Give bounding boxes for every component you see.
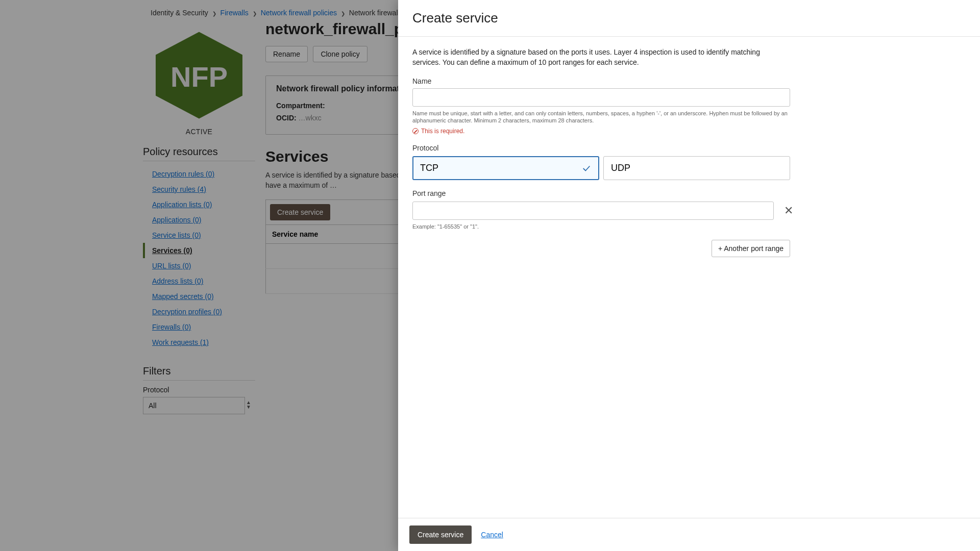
close-icon: ✕ xyxy=(784,204,793,217)
submit-create-service-button[interactable]: Create service xyxy=(409,525,472,544)
create-service-drawer: Create service A service is identified b… xyxy=(398,0,980,551)
name-hint: Name must be unique, start with a letter… xyxy=(412,110,790,125)
add-port-range-button[interactable]: + Another port range xyxy=(712,240,790,257)
drawer-footer: Create service Cancel xyxy=(398,518,980,551)
name-error: This is required. xyxy=(412,128,966,135)
error-icon xyxy=(412,128,419,134)
name-error-text: This is required. xyxy=(421,128,464,135)
drawer-title: Create service xyxy=(398,0,980,37)
name-input[interactable] xyxy=(412,88,790,107)
remove-port-range-button[interactable]: ✕ xyxy=(781,203,796,218)
name-label: Name xyxy=(412,77,966,85)
protocol-udp-label: UDP xyxy=(611,163,630,173)
protocol-udp-button[interactable]: UDP xyxy=(603,156,790,180)
port-range-label: Port range xyxy=(412,189,966,197)
protocol-label: Protocol xyxy=(412,144,966,152)
port-range-input[interactable] xyxy=(412,202,774,220)
cancel-link[interactable]: Cancel xyxy=(481,531,503,539)
protocol-tcp-button[interactable]: TCP xyxy=(412,156,599,180)
protocol-tcp-label: TCP xyxy=(420,163,438,173)
port-range-hint: Example: "1-65535" or "1". xyxy=(412,223,790,231)
check-icon xyxy=(582,164,591,173)
drawer-intro: A service is identified by a signature b… xyxy=(412,47,790,68)
